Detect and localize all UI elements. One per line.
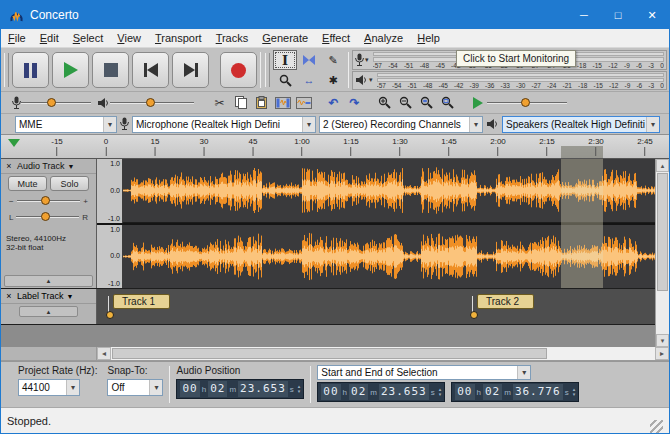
recording-device-select[interactable]: Microphone (Realtek High Defini ▾: [132, 116, 316, 133]
scroll-right-button[interactable]: ▸: [655, 347, 669, 360]
menu-item[interactable]: Tracks: [209, 30, 256, 46]
slider-thumb[interactable]: [146, 98, 155, 107]
playback-meter-body[interactable]: -57-54-51-48-45-42-39-36-33-30-27-24-21-…: [375, 72, 666, 90]
redo-button[interactable]: ↷: [345, 94, 364, 112]
dropdown-arrow-icon[interactable]: ▾: [646, 117, 659, 132]
snap-to-select[interactable]: Off ▾: [107, 379, 163, 396]
audio-host-select[interactable]: MME ▾: [15, 116, 117, 133]
project-rate-select[interactable]: 44100 ▾: [18, 379, 80, 396]
zoom-out-button[interactable]: [396, 94, 415, 112]
dropdown-arrow-icon[interactable]: ▾: [517, 366, 530, 379]
selection-tool-button[interactable]: I: [273, 50, 297, 70]
trim-audio-button[interactable]: [273, 94, 292, 112]
track-collapse-button[interactable]: ▲: [4, 275, 93, 287]
meter-dropdown-arrow-icon[interactable]: ▾: [365, 56, 369, 64]
track-close-button[interactable]: ×: [4, 291, 14, 301]
recording-channels-select[interactable]: 2 (Stereo) Recording Channels ▾: [319, 116, 483, 133]
solo-button[interactable]: Solo: [50, 176, 89, 191]
menu-item[interactable]: File: [1, 30, 33, 46]
transport-toolbar-grip[interactable]: [4, 53, 9, 87]
multi-tool-button[interactable]: ✱: [321, 70, 345, 90]
dropdown-arrow-icon[interactable]: ▾: [469, 117, 482, 132]
dropdown-arrow-icon[interactable]: ▾: [66, 380, 79, 395]
dropdown-arrow-icon[interactable]: ▾: [103, 117, 116, 132]
undo-button[interactable]: ↶: [324, 94, 343, 112]
slider-thumb[interactable]: [47, 98, 56, 107]
track-menu-arrow-icon[interactable]: ▼: [67, 293, 74, 300]
pause-button[interactable]: [12, 52, 49, 88]
meter-dropdown-arrow-icon[interactable]: ▾: [369, 76, 373, 84]
horizontal-scrollbar-thumb[interactable]: [112, 348, 547, 359]
maximize-button[interactable]: □: [601, 1, 635, 29]
slider-thumb[interactable]: [41, 212, 50, 221]
menu-item[interactable]: Select: [66, 30, 111, 46]
paste-button[interactable]: [252, 94, 271, 112]
play-button[interactable]: [52, 52, 89, 88]
menu-item[interactable]: Analyze: [357, 30, 410, 46]
track-title[interactable]: Label Track: [17, 291, 64, 301]
tools-toolbar-grip[interactable]: [265, 53, 270, 87]
label-item[interactable]: Track 2: [469, 294, 534, 318]
playback-device-select[interactable]: Speakers (Realtek High Definiti ▾: [502, 116, 660, 133]
close-button[interactable]: ✕: [635, 1, 669, 29]
audio-track-control-panel[interactable]: × Audio Track ▼ Mute Solo − +: [1, 159, 97, 288]
slider-thumb[interactable]: [521, 98, 530, 107]
time-spinner[interactable]: ▴▾: [439, 387, 442, 397]
envelope-tool-button[interactable]: [297, 50, 321, 70]
label-track-control-panel[interactable]: × Label Track ▼ ▲: [1, 289, 97, 324]
track-collapse-button[interactable]: ▲: [19, 306, 78, 317]
waveform-region[interactable]: 1.0 0.0 -1.0 1.0 0.0 -1.0: [97, 159, 655, 288]
gain-slider[interactable]: [17, 195, 81, 207]
label-track-content[interactable]: Track 1 Track 2: [97, 289, 655, 324]
silence-audio-button[interactable]: [294, 94, 313, 112]
skip-to-end-button[interactable]: [172, 52, 209, 88]
play-speed-slider[interactable]: [487, 97, 567, 109]
menu-item[interactable]: Effect: [315, 30, 357, 46]
draw-tool-button[interactable]: ✎: [321, 50, 345, 70]
selection-mode-select[interactable]: Start and End of Selection ▾: [317, 365, 531, 380]
zoom-in-button[interactable]: [375, 94, 394, 112]
track-title[interactable]: Audio Track: [17, 161, 65, 171]
skip-to-start-button[interactable]: [132, 52, 169, 88]
cut-button[interactable]: ✂: [210, 94, 229, 112]
minimize-button[interactable]: ─: [567, 1, 601, 29]
horizontal-scrollbar[interactable]: ◂ ▸: [97, 347, 669, 360]
menu-item[interactable]: Edit: [33, 30, 66, 46]
label-text[interactable]: Track 1: [113, 294, 170, 309]
fit-selection-button[interactable]: [417, 94, 436, 112]
titlebar[interactable]: Concerto ─ □ ✕: [1, 1, 669, 29]
label-item[interactable]: Track 1: [105, 294, 170, 318]
time-spinner[interactable]: ▴▾: [298, 384, 301, 394]
scroll-down-button[interactable]: ▾: [656, 334, 669, 347]
resize-grip[interactable]: [650, 420, 663, 433]
vertical-scrollbar-thumb[interactable]: [657, 173, 668, 291]
slider-thumb[interactable]: [41, 196, 50, 205]
playback-meter[interactable]: ▾ -57-54-51-48-45-42-39-36-33-30-27-24-2…: [352, 71, 667, 91]
recording-volume-slider[interactable]: [21, 97, 91, 109]
selection-start-display[interactable]: 00h 02m 23.653s ▴▾: [317, 382, 445, 402]
menu-item[interactable]: Transport: [148, 30, 209, 46]
horizontal-scrollbar-track[interactable]: [111, 347, 655, 360]
stop-button[interactable]: [92, 52, 129, 88]
menu-item[interactable]: View: [110, 30, 148, 46]
timeline-ruler[interactable]: -15 0 15 30 45 1:00 1:15 1:30 1:45: [1, 135, 669, 159]
record-button[interactable]: [220, 52, 257, 88]
label-marker-icon[interactable]: [469, 294, 477, 318]
vertical-scrollbar-track[interactable]: [656, 172, 669, 334]
menu-item[interactable]: Help: [410, 30, 447, 46]
track-close-button[interactable]: ×: [4, 161, 14, 171]
playback-meter-icon-area[interactable]: ▾: [353, 72, 375, 90]
time-spinner[interactable]: ▴▾: [573, 387, 576, 397]
copy-button[interactable]: [231, 94, 250, 112]
dropdown-arrow-icon[interactable]: ▾: [149, 380, 162, 395]
track-menu-arrow-icon[interactable]: ▼: [68, 163, 75, 170]
scroll-left-button[interactable]: ◂: [97, 347, 111, 360]
timeshift-tool-button[interactable]: ↔: [297, 70, 321, 90]
playback-volume-slider[interactable]: [110, 97, 194, 109]
mute-button[interactable]: Mute: [8, 176, 47, 191]
audio-position-display[interactable]: 00h 02m 23.653s ▴▾: [176, 379, 304, 399]
zoom-tool-button[interactable]: [273, 70, 297, 90]
vertical-scrollbar[interactable]: ▴ ▾: [655, 159, 669, 347]
label-marker-icon[interactable]: [105, 294, 113, 318]
fit-project-button[interactable]: [438, 94, 457, 112]
